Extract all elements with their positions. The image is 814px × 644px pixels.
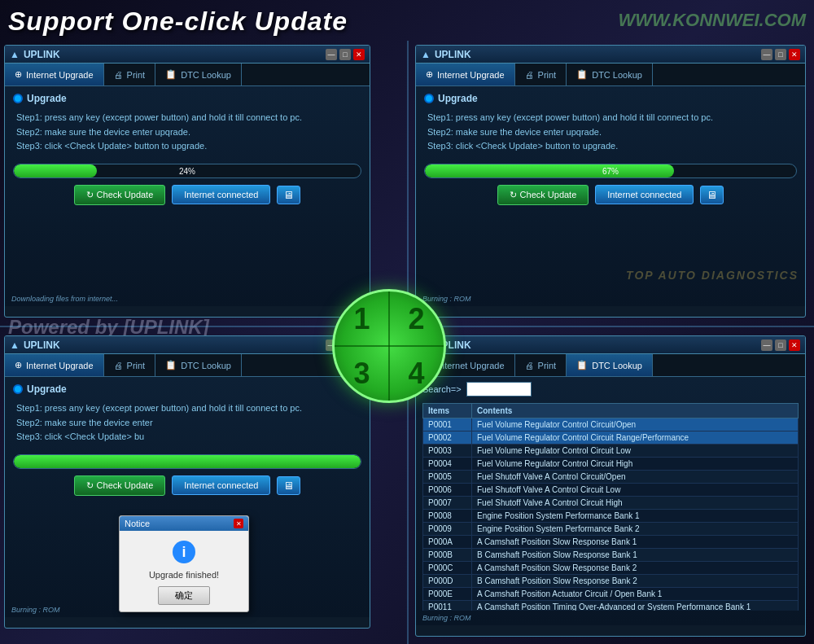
close-btn-1[interactable]: ✕ [353,49,365,60]
tab-internet-upgrade-2[interactable]: ⊕ Internet Upgrade [416,64,515,85]
progress-bar-3 [13,454,361,469]
dtc-desc: Fuel Volume Regulator Control Circuit/Op… [472,418,799,432]
print-icon-1: 🖨 [114,70,123,80]
window-content-2: Upgrade Step1: press any key (except pow… [416,86,805,306]
upgrade-dot-2 [424,94,434,103]
table-row[interactable]: P0007Fuel Shutoff Valve A Control Circui… [423,497,799,510]
step1-2: Step1: press any key (except power butto… [427,111,797,125]
dtc-desc: A Camshaft Position Slow Response Bank 1 [472,536,799,549]
notice-ok-btn[interactable]: 确定 [158,586,210,605]
table-row[interactable]: P0006Fuel Shutoff Valve A Control Circui… [423,484,799,497]
tab-dtc-2[interactable]: 📋 DTC Lookup [567,64,653,85]
dtc-code: P0007 [423,497,472,510]
uplink-icon-2: ▲ [421,49,431,60]
internet-connected-btn-2[interactable]: Internet connected [595,185,694,204]
dtc-col-contents: Contents [472,404,799,418]
table-row[interactable]: P000DB Camshaft Position Slow Response B… [423,575,799,588]
table-row[interactable]: P000AA Camshaft Position Slow Response B… [423,536,799,549]
tab-internet-upgrade-3[interactable]: ⊕ Internet Upgrade [5,354,104,376]
dtc-code: P000D [423,575,472,588]
status-text-4: Burning : ROM [422,614,471,622]
dtc-code: P000C [423,562,472,575]
button-row-3: ↻ Check Update Internet connected 🖥 [13,475,361,496]
check-update-btn-2[interactable]: ↻ Check Update [497,185,589,205]
circle-divider-v [388,291,390,401]
table-row[interactable]: P0011A Camshaft Position Timing Over-Adv… [423,601,799,611]
dtc-icon-3: 📋 [165,360,177,370]
table-row[interactable]: P0005Fuel Shutoff Valve A Control Circui… [423,471,799,484]
minimize-btn-1[interactable]: — [326,49,337,60]
notice-close-btn[interactable]: ✕ [234,519,243,528]
tab-dtc-4[interactable]: 📋 DTC Lookup [567,354,653,376]
table-row[interactable]: P000BB Camshaft Position Slow Response B… [423,549,799,562]
close-btn-4[interactable]: ✕ [789,340,800,351]
dtc-icon-2: 📋 [576,69,588,80]
tab-bar-3: ⊕ Internet Upgrade 🖨 Print 📋 DTC Lookup [5,354,370,377]
window-controls-1: — □ ✕ [326,49,365,60]
table-row[interactable]: P0004Fuel Volume Regulator Control Circu… [423,458,799,471]
step2-1: Step2: make sure the device enter upqrad… [16,125,361,140]
dtc-desc: B Camshaft Position Slow Response Bank 1 [472,549,799,562]
tab-dtc-1[interactable]: 📋 DTC Lookup [155,64,242,85]
table-row[interactable]: P0009Engine Position System Performance … [423,523,799,536]
progress-bar-1: 24% [13,164,361,178]
tab-print-4[interactable]: 🖨 Print [515,354,567,376]
progress-text-1: 24% [179,166,195,175]
step3-1: Step3: click <Check Update> button to up… [16,139,361,154]
table-row[interactable]: P0001Fuel Volume Regulator Control Circu… [423,418,799,432]
window-title-4: UPLINK [435,340,761,351]
maximize-btn-4[interactable]: □ [775,340,786,351]
internet-connected-btn-1[interactable]: Internet connected [172,185,270,204]
uplink-window-3: ▲ UPLINK — □ ✕ ⊕ Internet Upgrade 🖨 Prin… [4,335,370,629]
table-row[interactable]: P000CA Camshaft Position Slow Response B… [423,562,799,575]
tab-internet-upgrade-1[interactable]: ⊕ Internet Upgrade [5,64,104,85]
table-row[interactable]: P000EA Camshaft Position Actuator Circui… [423,588,799,601]
tab-print-1[interactable]: 🖨 Print [104,64,156,85]
monitor-btn-3[interactable]: 🖥 [277,476,300,495]
table-row[interactable]: P0002Fuel Volume Regulator Control Circu… [423,432,799,445]
dtc-desc: Fuel Shutoff Valve A Control Circuit Low [472,484,799,497]
table-row[interactable]: P0008Engine Position System Performance … [423,510,799,523]
internet-connected-btn-3[interactable]: Internet connected [172,475,270,495]
dtc-code: P0011 [423,601,472,611]
uplink-window-4: ▲ UPLINK — □ ✕ ⊕ Internet Upgrade 🖨 Prin… [415,335,806,637]
search-input[interactable] [466,382,532,396]
close-btn-2[interactable]: ✕ [789,49,800,60]
window-title-1: UPLINK [24,49,326,60]
progress-fill-3 [14,455,361,468]
internet-icon-3: ⊕ [15,360,22,370]
tab-dtc-3[interactable]: 📋 DTC Lookup [155,354,242,376]
upgrade-dot-3 [13,384,23,394]
maximize-btn-2[interactable]: □ [775,49,786,60]
print-icon-3: 🖨 [114,361,123,370]
dtc-icon-4: 📋 [576,360,588,370]
step2-3: Step2: make sure the device enter [16,416,361,431]
page-title: Support One-click Update [8,7,348,37]
dtc-code: P0002 [423,432,472,445]
table-row[interactable]: P0003Fuel Volume Regulator Control Circu… [423,445,799,458]
status-text-3: Burning : ROM [11,606,60,614]
watermark-2: TOP AUTO DIAGNOSTICS [626,269,799,282]
dtc-col-items: Items [423,404,472,418]
titlebar-3: ▲ UPLINK — □ ✕ [5,336,370,354]
minimize-btn-4[interactable]: — [761,340,772,351]
maximize-btn-1[interactable]: □ [339,49,351,60]
monitor-btn-2[interactable]: 🖥 [700,186,724,204]
tab-bar-4: ⊕ Internet Upgrade 🖨 Print 📋 DTC Lookup [416,354,805,377]
check-update-btn-1[interactable]: ↻ Check Update [74,185,166,205]
tab-print-2[interactable]: 🖨 Print [515,64,567,85]
monitor-btn-1[interactable]: 🖥 [277,186,300,204]
progress-bar-2: 67% [424,164,797,178]
step1-1: Step1: press any key (except power butto… [16,111,361,125]
main-background: Support One-click Update WWW.KONNWEI.COM… [0,0,814,644]
upgrade-label-3: Upgrade [27,383,67,395]
notice-info-icon: i [173,541,195,563]
tab-print-3[interactable]: 🖨 Print [104,354,156,376]
dtc-code: P0006 [423,484,472,497]
uplink-icon-3: ▲ [10,340,20,351]
dtc-desc: Fuel Volume Regulator Control Circuit Ra… [472,432,799,445]
check-update-btn-3[interactable]: ↻ Check Update [74,475,166,496]
minimize-btn-2[interactable]: — [761,49,772,60]
dtc-desc: Fuel Shutoff Valve A Control Circuit Hig… [472,497,799,510]
window-controls-4: — □ ✕ [761,340,800,351]
